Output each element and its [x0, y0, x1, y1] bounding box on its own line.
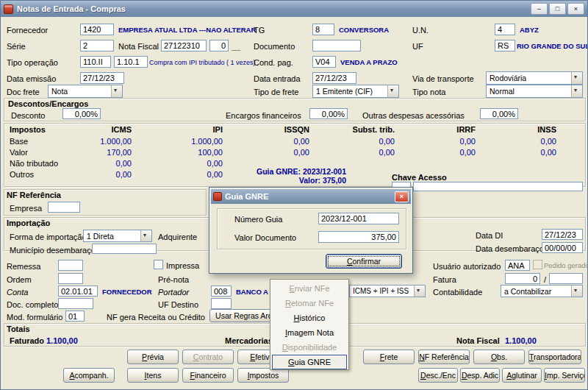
empresa-label: Empresa [10, 204, 42, 213]
cond-pag-name: VENDA A PRAZO [340, 58, 398, 67]
uf-destino-label: UF Destino [158, 300, 198, 309]
conta-field[interactable]: 02.01.01 [58, 286, 98, 297]
fatura-field-2[interactable] [549, 273, 583, 284]
data-desembaraco-label: Data desembaraço [476, 244, 544, 253]
nota-fiscal-aux-field[interactable]: 0 [209, 40, 229, 52]
contabilidade-value: a Contabilizar [501, 286, 571, 296]
doc-frete-label: Doc frete [7, 88, 40, 96]
app-icon [4, 4, 13, 14]
menu-item-guia-gnre[interactable]: Guia GNRE [272, 355, 347, 369]
desc-enc-button[interactable]: Desc./Enc [418, 368, 458, 383]
chevron-down-icon[interactable] [571, 72, 582, 84]
transportadora-button[interactable]: Transportadora [528, 350, 581, 364]
forma-importacao-label: Forma de importação [10, 233, 87, 241]
municipio-desembaraco-label: Município desembaraço [10, 246, 96, 255]
itens-button[interactable]: Itens [127, 368, 179, 383]
nota-fiscal-mask[interactable]: __ [232, 42, 240, 51]
data-entrada-label: Data entrada [254, 74, 301, 83]
chevron-down-icon[interactable] [571, 286, 582, 297]
uf-label: UF [412, 42, 423, 51]
cond-pag-field[interactable]: V04 [312, 56, 336, 68]
municipio-desembaraco-field[interactable] [92, 244, 157, 254]
outras-despesas-field[interactable]: 0,00% [480, 108, 518, 119]
guia-gnre-note: Guia GNRE: 2023/12-001 [221, 167, 346, 176]
close-button[interactable]: × [567, 3, 584, 15]
chevron-down-icon[interactable] [414, 286, 425, 297]
un-name: ABYZ [520, 26, 539, 35]
doc-frete-select[interactable]: Nota [48, 85, 123, 98]
pedido-gerado-label: Pedido gerado [544, 261, 588, 270]
empresa-field[interactable] [48, 202, 80, 213]
portador-field[interactable]: 008 [211, 286, 232, 297]
menu-item-imagem-nota[interactable]: Imagem Nota [272, 325, 347, 340]
serie-field[interactable]: 2 [80, 40, 114, 52]
tipo-operacao-code2-field[interactable]: 1.10.1 [114, 56, 148, 68]
chevron-down-icon[interactable] [571, 85, 582, 97]
aglutinar-button[interactable]: Aglutinar [502, 368, 542, 383]
acompanhamento-button[interactable]: Acompanh. [63, 368, 115, 383]
data-desembaraco-field[interactable]: 00/00/00 [542, 242, 583, 253]
impostos-button[interactable]: Impostos [237, 368, 289, 383]
base-inss: 0,00 [498, 137, 556, 146]
confirmar-button[interactable]: Confirmar [326, 254, 402, 269]
obs-button[interactable]: Obs. [473, 350, 525, 364]
remessa-field[interactable] [58, 260, 83, 271]
title-bar: Notas de Entrada - Compras – □ × [1, 1, 587, 17]
ordem-field[interactable] [58, 273, 83, 284]
data-emissao-field[interactable]: 27/12/23 [80, 72, 124, 84]
usuario-autorizado-field[interactable]: ANA [505, 260, 530, 271]
menu-item-historico[interactable]: Histórico [272, 311, 347, 325]
chave-acesso-field-2[interactable] [413, 182, 583, 191]
un-code-field[interactable]: 4 [495, 24, 515, 35]
tipo-nota-select[interactable]: Normal [486, 85, 583, 98]
outros-ipi: 0,00 [164, 170, 223, 179]
data-entrada-field[interactable]: 27/12/23 [312, 72, 356, 84]
ordem-label: Ordem [7, 275, 32, 284]
uf-code-field[interactable]: RS [495, 40, 515, 52]
imp-servico-button[interactable]: Imp. Serviço [544, 368, 585, 383]
descontos-title: Descontos/Encargos [8, 99, 88, 108]
financeiro-button[interactable]: Financeiro [182, 368, 234, 383]
chevron-down-icon[interactable] [111, 85, 122, 97]
data-di-field[interactable]: 27/12/23 [542, 229, 583, 240]
tributos-select[interactable]: ICMS + IPI + ISS [349, 285, 426, 297]
nota-fiscal-total-label: Nota Fiscal [456, 336, 500, 345]
desp-adic-button[interactable]: Desp. Adic [460, 368, 500, 383]
encargos-field[interactable]: 0,00% [309, 108, 348, 119]
frete-button[interactable]: Frete [363, 350, 415, 364]
forma-importacao-select[interactable]: 1 Direta [83, 230, 152, 242]
outros-icms: 0,00 [73, 170, 132, 179]
minimize-button[interactable]: – [531, 3, 548, 15]
contabilidade-label: Contabilidade [433, 288, 482, 297]
nf-referencia-button[interactable]: NF Referência [418, 350, 470, 364]
fatura-field[interactable]: 0 [505, 273, 540, 284]
via-transporte-label: Via de transporte [412, 74, 474, 83]
chevron-down-icon[interactable] [140, 230, 151, 241]
uf-destino-field[interactable] [211, 298, 232, 309]
conta-desc: FORNECEDOR [102, 288, 152, 297]
dialog-close-button[interactable]: × [395, 191, 409, 202]
tipo-frete-select[interactable]: 1 Emitente (CIF) [312, 85, 399, 98]
chevron-down-icon[interactable] [387, 85, 398, 97]
pedido-gerado-checkbox [533, 260, 542, 269]
dialog-app-icon [213, 192, 222, 201]
impressa-checkbox[interactable] [154, 260, 163, 269]
via-transporte-select[interactable]: Rodoviária [486, 71, 583, 85]
mod-formulario-field[interactable]: 01 [65, 311, 85, 322]
fornecedor-code-field[interactable]: 1420 [80, 24, 114, 35]
documento-field[interactable] [312, 40, 361, 52]
portador-label: Portador [158, 288, 189, 297]
row-nao-tributado-label: Não tributado [10, 159, 58, 168]
doc-completo-field[interactable] [58, 298, 93, 309]
base-irrf: 0,00 [417, 137, 476, 146]
tipo-operacao-code1-field[interactable]: 110.II [80, 56, 111, 68]
row-valor-label: Valor [10, 148, 28, 157]
desconto-field[interactable]: 0,00% [62, 108, 101, 119]
numero-guia-field[interactable]: 2023/12-001 [318, 213, 399, 224]
previa-button[interactable]: Prévia [127, 350, 179, 364]
tg-code-field[interactable]: 8 [312, 24, 334, 35]
maximize-button[interactable]: □ [549, 3, 566, 15]
nota-fiscal-field[interactable]: 27122310 [161, 40, 207, 52]
contabilidade-select[interactable]: a Contabilizar [501, 285, 583, 297]
valor-documento-field[interactable]: 375,00 [318, 231, 399, 243]
